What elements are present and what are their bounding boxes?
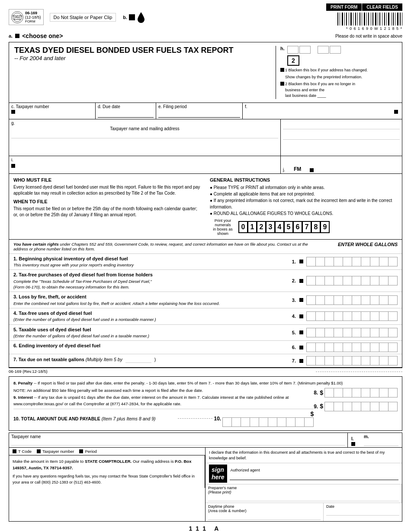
line-1-box-2[interactable] bbox=[315, 257, 325, 266]
line-6-num: 6. bbox=[292, 345, 296, 350]
line-7-paren: ) bbox=[154, 357, 156, 362]
fields-row-1: c. Taxpayer number d. Due date e. Filing… bbox=[9, 103, 402, 119]
address-input-2[interactable] bbox=[283, 131, 400, 140]
checkbox-1b-text: Show changes by the preprinted informati… bbox=[285, 74, 397, 80]
line-4-boxes[interactable] bbox=[307, 311, 398, 321]
authorized-agent-line[interactable]: Authorized agent bbox=[230, 467, 398, 480]
line-4-subtitle: (Enter the number of gallons of dyed die… bbox=[13, 317, 288, 322]
line-1-box-5[interactable] bbox=[343, 257, 352, 266]
phone-date-row: Daytime phone (Area code & number) Date bbox=[206, 503, 402, 521]
l-cell: l. bbox=[351, 436, 355, 446]
f-label: f. bbox=[245, 104, 400, 109]
line-2-boxes[interactable] bbox=[307, 276, 398, 285]
title-section: TEXAS DYED DIESEL BONDED USER FUELS TAX … bbox=[9, 42, 402, 103]
item-9-desc: -- If any tax due is unpaid 61 days afte… bbox=[13, 395, 289, 406]
numeral-8: 8 bbox=[311, 221, 321, 233]
d-input[interactable] bbox=[98, 110, 154, 118]
line-1-box-4[interactable] bbox=[334, 257, 343, 266]
address-input-1[interactable] bbox=[283, 121, 400, 129]
line-2-title: 2. Tax-free purchases of dyed diesel fue… bbox=[13, 272, 288, 278]
form-revision-row: 06-169 (Rev.12-18/5) bbox=[9, 368, 402, 375]
item-9-boxes[interactable] bbox=[325, 402, 398, 411]
clear-button[interactable]: CLEAR FIELDS bbox=[362, 3, 402, 11]
item-10-dash bbox=[178, 418, 212, 419]
numeral-7: 7 bbox=[302, 221, 311, 233]
bottom-left: T Code Taxpayer number Period Make the a… bbox=[9, 448, 206, 521]
line-1-boxes[interactable] bbox=[307, 257, 398, 266]
line-1-box-8[interactable] bbox=[370, 257, 379, 266]
period-label: Period bbox=[85, 449, 96, 454]
line-2-subtitle: Complete the "Texas Schedule of Tax-Free… bbox=[13, 279, 288, 290]
header: Comptroller of Public Accounts 06-169 (1… bbox=[9, 3, 402, 31]
line-1-box-1[interactable] bbox=[306, 257, 316, 266]
line-6-square bbox=[299, 346, 303, 349]
line-5-boxes[interactable] bbox=[307, 328, 398, 337]
when-to-file-title: WHEN TO FILE bbox=[13, 199, 201, 204]
item-8-text: 8. Penalty -- If report is filed or tax … bbox=[13, 380, 398, 386]
taxpayer-name-input[interactable] bbox=[11, 133, 278, 138]
line-6-boxes[interactable] bbox=[307, 343, 398, 352]
number-2-display: 2 bbox=[287, 55, 299, 66]
h-input-box-4[interactable] bbox=[330, 46, 341, 54]
line-item-2: 2. Tax-free purchases of dyed diesel fue… bbox=[9, 270, 402, 292]
h-input-box-2[interactable] bbox=[299, 46, 311, 54]
h-input-box-1[interactable] bbox=[287, 46, 299, 54]
line-5-number-area: 5. bbox=[288, 327, 398, 339]
preparers-name-input[interactable] bbox=[208, 494, 399, 501]
line-4-number-area: 4. bbox=[288, 310, 398, 323]
item-9-num: 9. bbox=[314, 403, 318, 410]
phone-input[interactable] bbox=[208, 513, 321, 520]
line-1-box-6[interactable] bbox=[352, 257, 361, 266]
form-title: TEXAS DYED DIESEL BONDED USER FUELS TAX … bbox=[14, 46, 276, 55]
line-item-5: 5. Taxable uses of dyed diesel fuel (Ent… bbox=[9, 325, 402, 341]
line-1-box-10[interactable] bbox=[388, 257, 398, 266]
line-1-num: 1. bbox=[292, 259, 296, 264]
item-9-label: 9. Interest bbox=[13, 395, 33, 400]
line-1-box-9[interactable] bbox=[379, 257, 389, 266]
who-must-file-title: WHO MUST FILE bbox=[13, 177, 201, 183]
line-7-boxes[interactable] bbox=[307, 356, 398, 365]
line-6-text: 6. Ending inventory of dyed diesel fuel bbox=[13, 343, 288, 352]
line-3-text: 3. Loss by fire, theft, or accident Ente… bbox=[13, 294, 288, 306]
t-code-label: T Code bbox=[18, 449, 32, 454]
item-8-boxes[interactable] bbox=[325, 388, 398, 397]
numeral-2: 2 bbox=[257, 221, 266, 233]
item-10-boxes[interactable] bbox=[223, 417, 314, 427]
line-5-text: 5. Taxable uses of dyed diesel fuel (Ent… bbox=[13, 327, 288, 339]
b-field: b. bbox=[123, 11, 145, 23]
c-square bbox=[11, 110, 15, 114]
general-title: GENERAL INSTRUCTIONS bbox=[210, 177, 398, 183]
item-8-label: 8. Penalty bbox=[13, 381, 32, 385]
area-code-label: (Area code & number) bbox=[208, 509, 321, 513]
mail-bold: STATE COMPTROLLER. bbox=[85, 459, 132, 464]
m-cell: m. bbox=[364, 434, 398, 446]
taxpayer-num-label: Taxpayer number bbox=[42, 449, 74, 454]
t-code-item: T Code bbox=[13, 449, 32, 454]
e-input[interactable] bbox=[158, 110, 240, 118]
numeral-3: 3 bbox=[266, 221, 275, 233]
taxpayer-name-bottom-label: Taxpayer name bbox=[11, 434, 345, 439]
date-input[interactable] bbox=[326, 509, 399, 516]
h-label: h. bbox=[280, 46, 285, 51]
taxpayer-num-code-item: Taxpayer number bbox=[37, 449, 74, 454]
when-to-file-text: This report must be filed on or before t… bbox=[13, 206, 201, 218]
h-input-box-3[interactable] bbox=[318, 46, 329, 54]
taxpayer-name-bottom-input[interactable] bbox=[11, 440, 345, 445]
f-cell: f. bbox=[243, 103, 402, 119]
line-7-rate-input[interactable] bbox=[125, 356, 151, 363]
instructions-section: WHO MUST FILE Every licensed dyed diesel… bbox=[9, 174, 402, 240]
form-meta: 06-169 (12-18/5) FORM bbox=[25, 11, 41, 23]
line-5-title: 5. Taxable uses of dyed diesel fuel bbox=[13, 327, 288, 333]
line-3-boxes[interactable] bbox=[307, 295, 398, 305]
print-button[interactable]: PRINT FORM bbox=[326, 3, 362, 11]
item-10-boxes-group: $ bbox=[223, 410, 314, 427]
mail-section: Make the amount in Item 10 payable to ST… bbox=[9, 455, 205, 488]
line-1-box-3[interactable] bbox=[324, 257, 334, 266]
line-1-box-7[interactable] bbox=[361, 257, 370, 266]
m-input[interactable] bbox=[364, 439, 398, 446]
penalty-section: 8. Penalty -- If report is filed or tax … bbox=[9, 376, 402, 431]
line-5-square bbox=[299, 330, 303, 334]
m-label: m. bbox=[364, 434, 398, 439]
taxpayer-name-input-area[interactable] bbox=[11, 133, 278, 154]
a-label: a. bbox=[9, 33, 13, 38]
